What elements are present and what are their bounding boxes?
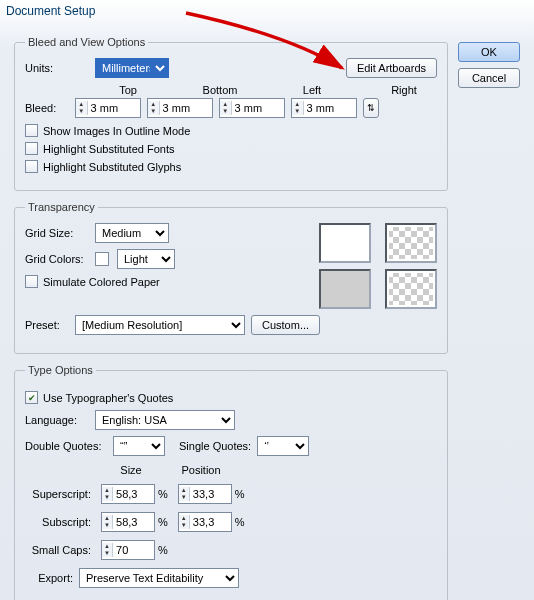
grid-colors-label: Grid Colors: bbox=[25, 253, 89, 265]
bleed-left-input[interactable]: ▲▼ bbox=[219, 98, 285, 118]
highlight-fonts-checkbox[interactable]: Highlight Substituted Fonts bbox=[25, 142, 437, 155]
custom-button[interactable]: Custom... bbox=[251, 315, 320, 335]
double-quotes-select[interactable]: “” bbox=[113, 436, 165, 456]
superscript-label: Superscript: bbox=[25, 488, 91, 500]
type-options-legend: Type Options bbox=[25, 364, 96, 376]
bleed-legend: Bleed and View Options bbox=[25, 36, 148, 48]
position-header: Position bbox=[171, 464, 231, 476]
simulate-paper-checkbox[interactable]: Simulate Colored Paper bbox=[25, 275, 297, 288]
transparency-group: Transparency Grid Size: Medium Grid Colo… bbox=[14, 201, 448, 354]
edit-artboards-button[interactable]: Edit Artboards bbox=[346, 58, 437, 78]
grid-size-label: Grid Size: bbox=[25, 227, 89, 239]
preset-select[interactable]: [Medium Resolution] bbox=[75, 315, 245, 335]
pct-icon: % bbox=[158, 488, 168, 500]
export-select[interactable]: Preserve Text Editability bbox=[79, 568, 239, 588]
units-select[interactable]: Millimeters bbox=[95, 58, 169, 78]
type-options-group: Type Options ✔Use Typographer's Quotes L… bbox=[14, 364, 448, 600]
bleed-bottom-input[interactable]: ▲▼ bbox=[147, 98, 213, 118]
ok-button[interactable]: OK bbox=[458, 42, 520, 62]
bleed-header-left: Left bbox=[279, 84, 345, 96]
subscript-pos-input[interactable]: ▲▼ bbox=[178, 512, 232, 532]
pct-icon: % bbox=[235, 488, 245, 500]
bleed-group: Bleed and View Options Units: Millimeter… bbox=[14, 36, 448, 191]
preset-label: Preset: bbox=[25, 319, 69, 331]
pct-icon: % bbox=[235, 516, 245, 528]
grid-size-select[interactable]: Medium bbox=[95, 223, 169, 243]
swatch-white[interactable] bbox=[319, 223, 371, 263]
subscript-label: Subscript: bbox=[25, 516, 91, 528]
color-swatch-icon bbox=[95, 252, 109, 266]
double-quotes-label: Double Quotes: bbox=[25, 440, 107, 452]
bleed-header-row: Top Bottom Left Right bbox=[95, 84, 437, 98]
bleed-top-input[interactable]: ▲▼ bbox=[75, 98, 141, 118]
bleed-label: Bleed: bbox=[25, 102, 69, 114]
units-label: Units: bbox=[25, 62, 89, 74]
language-label: Language: bbox=[25, 414, 89, 426]
single-quotes-select[interactable]: ‘’ bbox=[257, 436, 309, 456]
smallcaps-input[interactable]: ▲▼ bbox=[101, 540, 155, 560]
transparency-legend: Transparency bbox=[25, 201, 98, 213]
bleed-header-right: Right bbox=[371, 84, 437, 96]
grid-colors-select[interactable]: Light bbox=[117, 249, 175, 269]
window-title: Document Setup bbox=[0, 0, 534, 18]
swatch-transparent bbox=[385, 223, 437, 263]
export-label: Export: bbox=[25, 572, 73, 584]
show-outline-checkbox[interactable]: Show Images In Outline Mode bbox=[25, 124, 437, 137]
bleed-right-input[interactable]: ▲▼ bbox=[291, 98, 357, 118]
pct-icon: % bbox=[158, 544, 168, 556]
highlight-glyphs-checkbox[interactable]: Highlight Substituted Glyphs bbox=[25, 160, 437, 173]
superscript-pos-input[interactable]: ▲▼ bbox=[178, 484, 232, 504]
typographers-quotes-checkbox[interactable]: ✔Use Typographer's Quotes bbox=[25, 391, 437, 404]
pct-icon: % bbox=[158, 516, 168, 528]
bleed-header-top: Top bbox=[95, 84, 161, 96]
superscript-size-input[interactable]: ▲▼ bbox=[101, 484, 155, 504]
link-bleed-icon[interactable]: ⇅ bbox=[363, 98, 379, 118]
size-header: Size bbox=[101, 464, 161, 476]
subscript-size-input[interactable]: ▲▼ bbox=[101, 512, 155, 532]
smallcaps-label: Small Caps: bbox=[25, 544, 91, 556]
single-quotes-label: Single Quotes: bbox=[179, 440, 251, 452]
cancel-button[interactable]: Cancel bbox=[458, 68, 520, 88]
swatch-transparent-2 bbox=[385, 269, 437, 309]
bleed-header-bottom: Bottom bbox=[187, 84, 253, 96]
language-select[interactable]: English: USA bbox=[95, 410, 235, 430]
swatch-gray[interactable] bbox=[319, 269, 371, 309]
